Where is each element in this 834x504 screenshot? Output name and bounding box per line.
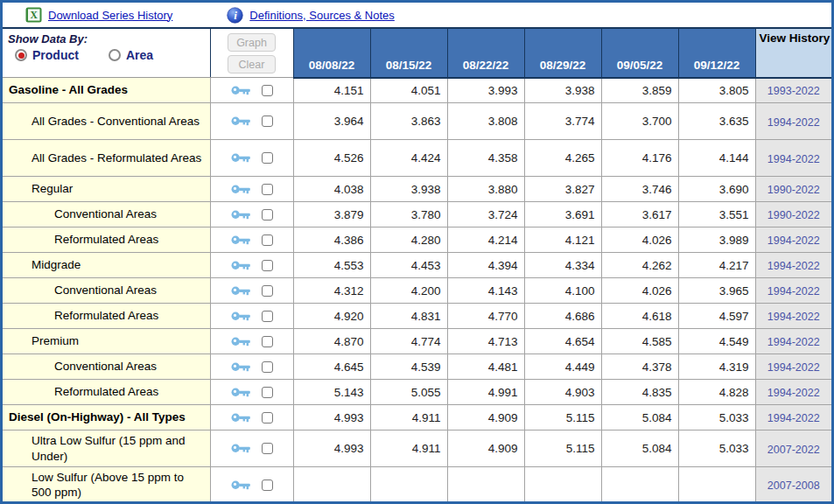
key-icon[interactable] xyxy=(231,387,251,398)
price-cell: 4.217 xyxy=(678,253,755,278)
price-cell: 4.449 xyxy=(524,354,601,380)
price-cell: 4.686 xyxy=(524,304,601,329)
view-history-link[interactable]: 2007-2022 xyxy=(767,444,820,456)
table-row: Conventional Areas 3.879 3.780 3.724 3.6… xyxy=(3,202,831,228)
price-cell: 3.691 xyxy=(524,202,601,228)
price-table-page: X Download Series History i xyxy=(0,0,834,504)
price-cell: 4.909 xyxy=(447,430,524,467)
price-cell: 4.526 xyxy=(293,140,370,177)
view-history-link[interactable]: 1990-2022 xyxy=(767,184,820,196)
price-cell: 3.880 xyxy=(447,177,524,202)
view-history-link[interactable]: 1994-2022 xyxy=(767,412,820,424)
view-history-link[interactable]: 1994-2022 xyxy=(767,285,820,298)
view-history-link[interactable]: 1994-2022 xyxy=(767,336,820,348)
view-history-link[interactable]: 1994-2022 xyxy=(767,234,820,247)
row-controls-cell xyxy=(210,78,293,103)
key-icon[interactable] xyxy=(231,209,251,220)
product-radio[interactable] xyxy=(15,49,27,61)
key-icon[interactable] xyxy=(231,480,251,491)
table-row: Low Sulfur (Above 15 ppm to 500 ppm) xyxy=(3,467,831,504)
definitions-sources-notes-link[interactable]: i Definitions, Sources & Notes xyxy=(227,7,394,24)
view-history-link[interactable]: 1994-2022 xyxy=(767,116,820,129)
series-checkbox[interactable] xyxy=(262,85,273,96)
series-checkbox[interactable] xyxy=(262,152,273,164)
view-history-link[interactable]: 2007-2008 xyxy=(767,480,820,492)
radio-option-product[interactable]: Product xyxy=(15,48,79,62)
product-label-cell: Gasoline - All Grades xyxy=(3,78,210,103)
series-checkbox[interactable] xyxy=(262,361,273,373)
price-cell: 4.549 xyxy=(678,329,755,354)
price-cell: 4.539 xyxy=(370,354,447,380)
row-controls-cell xyxy=(210,467,293,504)
price-cell: 3.859 xyxy=(601,78,678,103)
price-cell: 3.774 xyxy=(524,103,601,140)
product-label-cell: All Grades - Reformulated Areas xyxy=(3,140,210,177)
key-icon[interactable] xyxy=(231,311,251,322)
view-history-cell: 1994-2022 xyxy=(755,304,831,329)
key-icon[interactable] xyxy=(231,361,251,373)
price-cell: 4.713 xyxy=(447,329,524,354)
price-cell: 4.026 xyxy=(601,278,678,304)
product-label: Diesel (On-Highway) - All Types xyxy=(9,410,186,424)
product-label: Conventional Areas xyxy=(54,360,157,373)
row-controls-cell xyxy=(210,304,293,329)
key-icon[interactable] xyxy=(231,184,251,195)
series-checkbox[interactable] xyxy=(262,480,273,491)
view-history-link[interactable]: 1993-2022 xyxy=(767,85,820,97)
key-icon[interactable] xyxy=(231,152,251,164)
price-cell: 4.214 xyxy=(447,228,524,253)
price-cell xyxy=(370,467,447,504)
key-icon[interactable] xyxy=(231,234,251,246)
clear-button[interactable]: Clear xyxy=(228,55,276,74)
series-checkbox[interactable] xyxy=(262,387,273,398)
series-checkbox[interactable] xyxy=(262,311,273,322)
key-icon[interactable] xyxy=(231,336,251,347)
product-label: Conventional Areas xyxy=(54,284,157,297)
series-checkbox[interactable] xyxy=(262,116,273,127)
key-icon[interactable] xyxy=(231,412,251,424)
price-cell: 3.993 xyxy=(447,78,524,103)
area-radio[interactable] xyxy=(109,49,121,61)
series-checkbox[interactable] xyxy=(262,184,273,195)
view-history-link[interactable]: 1990-2022 xyxy=(767,209,820,221)
price-cell: 5.115 xyxy=(524,430,601,467)
series-checkbox[interactable] xyxy=(262,285,273,297)
view-history-link[interactable]: 1994-2022 xyxy=(767,153,820,165)
key-icon[interactable] xyxy=(231,285,251,297)
view-history-link[interactable]: 1994-2022 xyxy=(767,311,820,323)
price-cell: 3.780 xyxy=(370,202,447,228)
table-row: All Grades - Conventional Areas 3.964 3.… xyxy=(3,103,831,140)
series-checkbox[interactable] xyxy=(262,443,273,454)
price-cell: 4.993 xyxy=(293,405,370,430)
table-row: Conventional Areas 4.312 4.200 4.143 4.1… xyxy=(3,278,831,304)
view-history-link[interactable]: 1994-2022 xyxy=(767,361,820,374)
price-cell: 4.774 xyxy=(370,329,447,354)
series-checkbox[interactable] xyxy=(262,412,273,424)
area-radio-label: Area xyxy=(126,48,153,62)
price-cell: 5.084 xyxy=(601,430,678,467)
series-checkbox[interactable] xyxy=(262,209,273,220)
view-history-cell: 2007-2008 xyxy=(755,467,831,504)
key-icon[interactable] xyxy=(231,116,251,127)
price-cell: 4.920 xyxy=(293,304,370,329)
key-icon[interactable] xyxy=(231,443,251,454)
price-cell: 4.386 xyxy=(293,228,370,253)
radio-option-area[interactable]: Area xyxy=(109,48,153,62)
price-cell: 5.143 xyxy=(293,380,370,405)
view-history-header: View History xyxy=(755,28,831,78)
key-icon[interactable] xyxy=(231,85,251,96)
row-controls-cell xyxy=(210,354,293,380)
date-column-header: 08/29/22 xyxy=(524,28,601,78)
download-series-history-link[interactable]: X Download Series History xyxy=(25,7,172,23)
price-cell: 3.700 xyxy=(601,103,678,140)
view-history-link[interactable]: 1994-2022 xyxy=(767,387,820,399)
series-checkbox[interactable] xyxy=(262,336,273,347)
graph-button[interactable]: Graph xyxy=(228,33,276,52)
series-checkbox[interactable] xyxy=(262,260,273,271)
series-checkbox[interactable] xyxy=(262,234,273,246)
row-controls-cell xyxy=(210,140,293,177)
price-cell: 4.993 xyxy=(293,430,370,467)
table-row: Premium 4.870 4.774 4.713 4.654 4.585 xyxy=(3,329,831,354)
view-history-link[interactable]: 1994-2022 xyxy=(767,260,820,272)
key-icon[interactable] xyxy=(231,260,251,271)
